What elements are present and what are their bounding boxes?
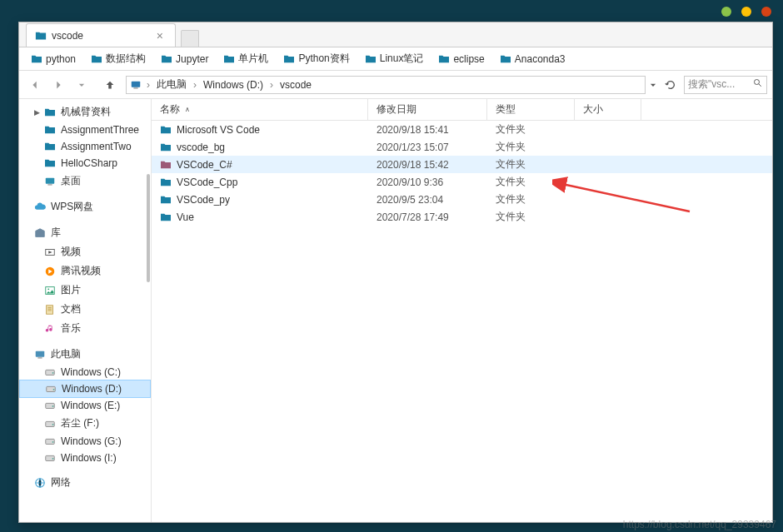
file-row[interactable]: VSCode_Cpp2020/9/10 9:36文件夹 (152, 173, 772, 191)
bookmark-item[interactable]: python (24, 52, 82, 67)
svg-point-17 (52, 405, 54, 407)
sidebar-item[interactable]: 腾讯视频 (19, 261, 151, 281)
dot-yellow[interactable] (741, 7, 751, 17)
sidebar-item[interactable]: HelloCSharp (19, 155, 151, 172)
folder-icon (44, 107, 56, 117)
sidebar-item[interactable]: 音乐 (19, 319, 151, 338)
drive-icon (44, 452, 56, 464)
sidebar-item[interactable]: 文档 (19, 300, 151, 319)
column-size[interactable]: 大小 (575, 99, 641, 120)
pc-icon (34, 349, 46, 360)
svg-rect-11 (37, 357, 42, 358)
sidebar-item[interactable]: AssignmentTwo (19, 138, 151, 155)
folder-icon (160, 195, 172, 205)
chevron-right-icon: › (145, 79, 152, 91)
file-row[interactable]: VSCode_py2020/9/5 23:04文件夹 (152, 191, 772, 208)
sidebar-drive[interactable]: Windows (I:) (19, 450, 151, 466)
folder-icon (438, 54, 450, 64)
search-input[interactable]: 搜索"vsc... (684, 76, 767, 94)
svg-rect-10 (36, 351, 45, 356)
svg-point-8 (47, 288, 49, 290)
watermark: https://blog.csdn.net/qq_29339467 (623, 519, 776, 530)
sidebar-item[interactable]: 视频 (19, 242, 151, 261)
column-name[interactable]: 名称∧ (152, 99, 368, 120)
desktop-icon (44, 176, 56, 187)
file-row[interactable]: VSCode_C#2020/9/18 15:42文件夹 (152, 156, 772, 173)
bookmarks-bar: python数据结构Jupyter单片机Python资料Linux笔记eclip… (19, 47, 772, 71)
sidebar: ▶机械臂资料AssignmentThreeAssignmentTwoHelloC… (19, 99, 151, 522)
svg-rect-9 (47, 305, 53, 314)
explorer-window: vscode × python数据结构Jupyter单片机Python资料Lin… (18, 22, 773, 523)
svg-rect-0 (132, 81, 141, 87)
address-bar: ›此电脑›Windows (D:)›vscode 搜索"vsc... (19, 71, 772, 99)
sidebar-network[interactable]: 网络 (19, 473, 151, 492)
svg-point-23 (52, 458, 54, 460)
folder-icon (44, 158, 56, 168)
sidebar-drive[interactable]: 若尘 (F:) (19, 414, 151, 433)
history-dropdown[interactable] (649, 81, 657, 89)
recent-dropdown[interactable] (71, 76, 92, 94)
refresh-button[interactable] (661, 76, 681, 94)
sidebar-item[interactable]: 桌面 (19, 172, 151, 191)
breadcrumb-part[interactable]: Windows (D:) (198, 79, 268, 91)
file-row[interactable]: Microsoft VS Code2020/9/18 15:41文件夹 (152, 121, 772, 138)
folder-icon (365, 54, 377, 64)
tab-strip: vscode × (19, 22, 772, 47)
drive-icon (44, 400, 56, 411)
music-icon (44, 323, 56, 335)
folder-icon (160, 125, 172, 135)
bookmark-item[interactable]: 数据结构 (84, 50, 152, 67)
bookmark-item[interactable]: 单片机 (217, 50, 275, 67)
close-icon[interactable]: × (153, 29, 167, 42)
back-button[interactable] (24, 76, 46, 94)
sidebar-drive[interactable]: Windows (E:) (19, 397, 151, 414)
folder-icon (500, 54, 511, 64)
svg-rect-3 (46, 177, 55, 183)
scrollbar-thumb[interactable] (147, 174, 150, 282)
sidebar-item[interactable]: 图片 (19, 281, 151, 300)
file-list: Microsoft VS Code2020/9/18 15:41文件夹vscod… (152, 121, 772, 522)
network-icon (34, 477, 46, 489)
svg-point-15 (53, 389, 55, 390)
bookmark-item[interactable]: Anaconda3 (493, 52, 572, 67)
sidebar-drive[interactable]: Windows (D:) (19, 380, 151, 398)
sidebar-library[interactable]: 库 (19, 223, 151, 242)
breadcrumb-part[interactable]: vscode (275, 79, 317, 91)
column-type[interactable]: 类型 (487, 99, 575, 120)
up-button[interactable] (101, 76, 119, 94)
bookmark-item[interactable]: Python资料 (277, 50, 356, 67)
sidebar-wps[interactable]: WPS网盘 (19, 197, 151, 216)
sidebar-item[interactable]: AssignmentThree (19, 122, 151, 138)
svg-point-2 (755, 80, 760, 85)
column-date[interactable]: 修改日期 (368, 99, 487, 120)
forward-button[interactable] (47, 76, 69, 94)
cloud-icon (34, 201, 46, 213)
sidebar-item[interactable]: ▶机械臂资料 (19, 102, 151, 122)
sidebar-thispc[interactable]: 此电脑 (19, 345, 151, 364)
svg-rect-1 (133, 87, 137, 88)
folder-icon (160, 160, 172, 170)
folder-icon (161, 54, 172, 64)
tab-vscode[interactable]: vscode × (26, 23, 176, 47)
bookmark-item[interactable]: eclipse (431, 52, 491, 67)
bookmark-item[interactable]: Linux笔记 (358, 50, 431, 67)
svg-point-19 (52, 424, 54, 425)
sidebar-drive[interactable]: Windows (C:) (19, 364, 151, 380)
pictures-icon (44, 285, 56, 296)
chevron-right-icon: › (268, 79, 275, 91)
svg-point-21 (52, 441, 54, 443)
sidebar-drive[interactable]: Windows (G:) (19, 433, 151, 450)
dot-green[interactable] (721, 7, 731, 17)
breadcrumb[interactable]: ›此电脑›Windows (D:)›vscode (126, 76, 646, 94)
folder-icon (35, 30, 47, 42)
file-pane: 名称∧ 修改日期 类型 大小 Microsoft VS Code2020/9/1… (151, 99, 772, 522)
bookmark-item[interactable]: Jupyter (154, 52, 215, 67)
folder-icon (91, 54, 102, 64)
dot-red[interactable] (761, 7, 771, 17)
column-headers: 名称∧ 修改日期 类型 大小 (152, 99, 772, 121)
svg-point-13 (52, 372, 54, 374)
new-tab-button[interactable] (181, 30, 199, 47)
file-row[interactable]: Vue2020/7/28 17:49文件夹 (152, 208, 772, 226)
file-row[interactable]: vscode_bg2020/1/23 15:07文件夹 (152, 138, 772, 156)
breadcrumb-part[interactable]: 此电脑 (152, 77, 192, 92)
